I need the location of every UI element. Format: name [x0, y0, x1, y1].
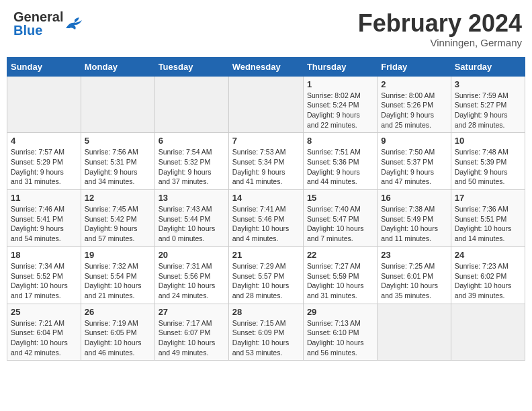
calendar-cell: 9Sunrise: 7:50 AMSunset: 5:37 PMDaylight… — [378, 133, 451, 190]
day-info: Sunrise: 7:23 AMSunset: 6:02 PMDaylight:… — [455, 261, 521, 301]
calendar-cell: 29Sunrise: 7:13 AMSunset: 6:10 PMDayligh… — [303, 304, 377, 361]
day-info: Sunrise: 7:46 AMSunset: 5:41 PMDaylight:… — [11, 204, 77, 244]
calendar-cell: 19Sunrise: 7:32 AMSunset: 5:54 PMDayligh… — [81, 246, 154, 304]
day-info: Sunrise: 7:45 AMSunset: 5:42 PMDaylight:… — [85, 204, 151, 244]
day-number: 9 — [381, 136, 447, 146]
month-title: February 2024 — [358, 10, 522, 37]
day-number: 17 — [455, 193, 521, 203]
day-number: 16 — [381, 193, 447, 203]
day-number: 23 — [381, 250, 447, 260]
calendar-cell: 18Sunrise: 7:34 AMSunset: 5:52 PMDayligh… — [7, 246, 81, 304]
day-info: Sunrise: 7:43 AMSunset: 5:44 PMDaylight:… — [159, 204, 225, 244]
calendar-body: 1Sunrise: 8:02 AMSunset: 5:24 PMDaylight… — [7, 76, 525, 361]
logo-blue-text: Blue — [13, 24, 63, 37]
day-info: Sunrise: 7:15 AMSunset: 6:09 PMDaylight:… — [232, 318, 300, 358]
calendar-cell: 16Sunrise: 7:38 AMSunset: 5:49 PMDayligh… — [378, 190, 451, 247]
day-number: 7 — [232, 136, 300, 146]
calendar-cell: 22Sunrise: 7:27 AMSunset: 5:59 PMDayligh… — [303, 246, 377, 304]
day-number: 28 — [232, 307, 300, 317]
day-number: 27 — [159, 307, 225, 317]
calendar-cell: 17Sunrise: 7:36 AMSunset: 5:51 PMDayligh… — [451, 190, 525, 247]
day-info: Sunrise: 7:21 AMSunset: 6:04 PMDaylight:… — [11, 318, 77, 358]
day-info: Sunrise: 7:56 AMSunset: 5:31 PMDaylight:… — [85, 147, 151, 187]
logo: General Blue — [13, 10, 83, 37]
calendar-cell: 28Sunrise: 7:15 AMSunset: 6:09 PMDayligh… — [228, 304, 303, 361]
calendar-cell: 21Sunrise: 7:29 AMSunset: 5:57 PMDayligh… — [228, 246, 303, 304]
calendar-week-1: 1Sunrise: 8:02 AMSunset: 5:24 PMDaylight… — [7, 76, 525, 133]
day-number: 11 — [11, 193, 77, 203]
day-number: 29 — [307, 307, 373, 317]
day-info: Sunrise: 7:34 AMSunset: 5:52 PMDaylight:… — [11, 261, 77, 301]
calendar-cell: 15Sunrise: 7:40 AMSunset: 5:47 PMDayligh… — [303, 190, 377, 247]
day-number: 25 — [11, 307, 77, 317]
day-info: Sunrise: 7:50 AMSunset: 5:37 PMDaylight:… — [381, 147, 447, 187]
weekday-header-sunday: Sunday — [7, 57, 81, 76]
logo-general-text: General — [13, 10, 63, 24]
calendar-cell: 5Sunrise: 7:56 AMSunset: 5:31 PMDaylight… — [81, 133, 154, 190]
page-header: General Blue February 2024 Vinningen, Ge… — [7, 7, 525, 52]
calendar-cell — [81, 76, 154, 133]
day-number: 10 — [455, 136, 521, 146]
weekday-header-wednesday: Wednesday — [228, 57, 303, 76]
day-info: Sunrise: 8:02 AMSunset: 5:24 PMDaylight:… — [307, 91, 373, 130]
day-info: Sunrise: 7:40 AMSunset: 5:47 PMDaylight:… — [307, 204, 373, 244]
location-title: Vinningen, Germany — [358, 37, 522, 48]
day-number: 8 — [307, 136, 373, 146]
weekday-header-saturday: Saturday — [451, 57, 525, 76]
day-number: 2 — [381, 79, 447, 89]
calendar-cell — [378, 304, 451, 361]
day-info: Sunrise: 7:48 AMSunset: 5:39 PMDaylight:… — [455, 147, 521, 187]
day-number: 12 — [85, 193, 151, 203]
day-number: 21 — [232, 250, 300, 260]
calendar-cell: 27Sunrise: 7:17 AMSunset: 6:07 PMDayligh… — [154, 304, 228, 361]
day-number: 20 — [159, 250, 225, 260]
calendar-cell: 3Sunrise: 7:59 AMSunset: 5:27 PMDaylight… — [451, 76, 525, 133]
day-number: 1 — [307, 79, 373, 89]
day-number: 22 — [307, 250, 373, 260]
day-number: 19 — [85, 250, 151, 260]
day-number: 5 — [85, 136, 151, 146]
calendar-cell: 14Sunrise: 7:41 AMSunset: 5:46 PMDayligh… — [228, 190, 303, 247]
day-info: Sunrise: 8:00 AMSunset: 5:26 PMDaylight:… — [381, 91, 447, 130]
calendar-cell — [228, 76, 303, 133]
calendar-cell — [154, 76, 228, 133]
day-number: 26 — [85, 307, 151, 317]
day-number: 13 — [159, 193, 225, 203]
calendar-table: SundayMondayTuesdayWednesdayThursdayFrid… — [7, 57, 525, 361]
calendar-cell: 6Sunrise: 7:54 AMSunset: 5:32 PMDaylight… — [154, 133, 228, 190]
logo-bird-icon — [64, 16, 83, 31]
day-info: Sunrise: 7:29 AMSunset: 5:57 PMDaylight:… — [232, 261, 300, 301]
calendar-cell: 10Sunrise: 7:48 AMSunset: 5:39 PMDayligh… — [451, 133, 525, 190]
title-block: February 2024 Vinningen, Germany — [358, 10, 522, 48]
day-info: Sunrise: 7:38 AMSunset: 5:49 PMDaylight:… — [381, 204, 447, 244]
calendar-cell: 20Sunrise: 7:31 AMSunset: 5:56 PMDayligh… — [154, 246, 228, 304]
day-info: Sunrise: 7:32 AMSunset: 5:54 PMDaylight:… — [85, 261, 151, 301]
day-info: Sunrise: 7:41 AMSunset: 5:46 PMDaylight:… — [232, 204, 300, 244]
day-info: Sunrise: 7:36 AMSunset: 5:51 PMDaylight:… — [455, 204, 521, 244]
calendar-cell: 11Sunrise: 7:46 AMSunset: 5:41 PMDayligh… — [7, 190, 81, 247]
day-info: Sunrise: 7:53 AMSunset: 5:34 PMDaylight:… — [232, 147, 300, 187]
day-number: 24 — [455, 250, 521, 260]
calendar-cell: 12Sunrise: 7:45 AMSunset: 5:42 PMDayligh… — [81, 190, 154, 247]
calendar-header: SundayMondayTuesdayWednesdayThursdayFrid… — [7, 57, 525, 76]
calendar-week-4: 18Sunrise: 7:34 AMSunset: 5:52 PMDayligh… — [7, 246, 525, 304]
calendar-cell: 8Sunrise: 7:51 AMSunset: 5:36 PMDaylight… — [303, 133, 377, 190]
weekday-row: SundayMondayTuesdayWednesdayThursdayFrid… — [7, 57, 525, 76]
day-number: 15 — [307, 193, 373, 203]
calendar-cell: 25Sunrise: 7:21 AMSunset: 6:04 PMDayligh… — [7, 304, 81, 361]
day-info: Sunrise: 7:57 AMSunset: 5:29 PMDaylight:… — [11, 147, 77, 187]
day-number: 18 — [11, 250, 77, 260]
weekday-header-monday: Monday — [81, 57, 154, 76]
day-info: Sunrise: 7:25 AMSunset: 6:01 PMDaylight:… — [381, 261, 447, 301]
weekday-header-tuesday: Tuesday — [154, 57, 228, 76]
calendar-cell — [7, 76, 81, 133]
calendar-week-5: 25Sunrise: 7:21 AMSunset: 6:04 PMDayligh… — [7, 304, 525, 361]
day-info: Sunrise: 7:17 AMSunset: 6:07 PMDaylight:… — [159, 318, 225, 358]
calendar-cell: 26Sunrise: 7:19 AMSunset: 6:05 PMDayligh… — [81, 304, 154, 361]
calendar-cell: 1Sunrise: 8:02 AMSunset: 5:24 PMDaylight… — [303, 76, 377, 133]
calendar-cell: 24Sunrise: 7:23 AMSunset: 6:02 PMDayligh… — [451, 246, 525, 304]
day-info: Sunrise: 7:54 AMSunset: 5:32 PMDaylight:… — [159, 147, 225, 187]
calendar-cell: 13Sunrise: 7:43 AMSunset: 5:44 PMDayligh… — [154, 190, 228, 247]
calendar-cell: 7Sunrise: 7:53 AMSunset: 5:34 PMDaylight… — [228, 133, 303, 190]
day-info: Sunrise: 7:59 AMSunset: 5:27 PMDaylight:… — [455, 91, 521, 130]
